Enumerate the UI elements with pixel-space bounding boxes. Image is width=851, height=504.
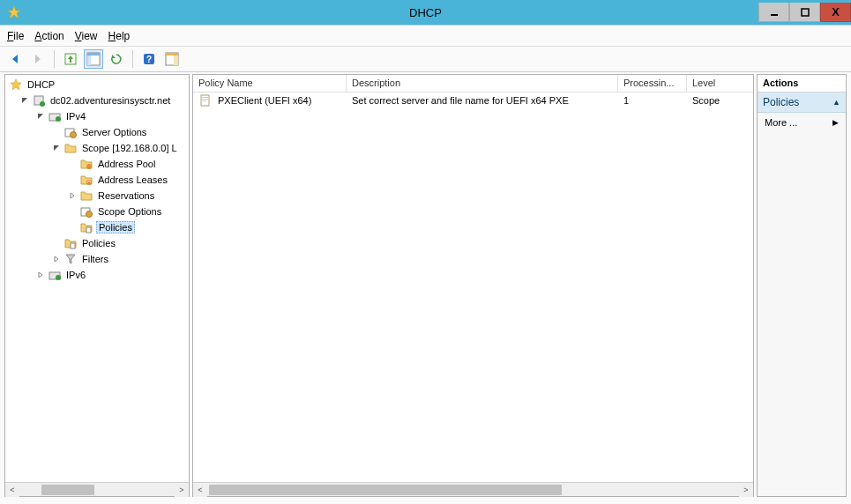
tree-label: Address Pool <box>96 159 157 169</box>
close-button[interactable]: X <box>820 3 851 22</box>
cell-description: Set correct server and file name for UEF… <box>347 95 618 106</box>
titlebar-buttons: X <box>758 3 851 22</box>
menu-help[interactable]: Help <box>108 30 131 42</box>
collapse-icon[interactable] <box>51 143 62 153</box>
server-icon <box>32 93 46 107</box>
svg-rect-1 <box>802 9 809 16</box>
ipv6-icon <box>48 268 62 282</box>
column-header-name[interactable]: Policy Name <box>193 75 347 92</box>
tree-scope[interactable]: Scope [192.168.0.0] L <box>5 140 189 156</box>
tree-scope-policies[interactable]: Policies <box>5 219 189 235</box>
collapse-icon[interactable] <box>19 95 30 106</box>
svg-rect-5 <box>87 56 91 65</box>
tree-label: IPv4 <box>64 111 87 122</box>
app-icon <box>7 5 21 19</box>
svg-rect-21 <box>86 227 91 233</box>
maximize-button[interactable] <box>789 3 820 22</box>
expander-empty <box>67 222 78 233</box>
expand-icon[interactable] <box>35 270 46 280</box>
tree-reservations[interactable]: Reservations <box>5 188 189 204</box>
address-pool-icon <box>79 157 93 171</box>
up-button[interactable] <box>61 49 80 69</box>
toolbar: ? <box>0 46 851 72</box>
menu-action[interactable]: Action <box>34 30 63 42</box>
actions-group-policies[interactable]: Policies ▲ <box>758 93 846 113</box>
expand-icon[interactable] <box>51 254 62 264</box>
tree-address-pool[interactable]: Address Pool <box>5 156 189 172</box>
tree-policies[interactable]: Policies <box>5 235 189 251</box>
tree-address-leases[interactable]: Address Leases <box>5 172 189 188</box>
menu-file[interactable]: File <box>7 30 24 42</box>
tree-server[interactable]: dc02.adventuresinsysctr.net <box>5 93 189 108</box>
scroll-right-button[interactable]: > <box>739 483 753 497</box>
chevron-right-icon: ▶ <box>832 118 839 127</box>
options-icon <box>79 204 93 219</box>
forward-button[interactable] <box>28 49 48 69</box>
column-header-level[interactable]: Level <box>687 75 740 92</box>
refresh-button[interactable] <box>107 49 126 69</box>
expander-empty <box>67 159 78 169</box>
tree-ipv6[interactable]: IPv6 <box>5 267 189 283</box>
tree-label: Reservations <box>96 190 156 201</box>
scroll-thumb[interactable] <box>41 485 94 495</box>
reservations-icon <box>79 189 93 203</box>
tree-label: DHCP <box>26 79 56 90</box>
scroll-right-button[interactable]: > <box>175 483 189 497</box>
expander-empty <box>51 238 62 248</box>
tree-server-options[interactable]: Server Options <box>5 124 189 140</box>
svg-point-20 <box>86 211 93 218</box>
scroll-track[interactable] <box>207 483 739 497</box>
toolbar-separator <box>54 50 55 68</box>
expander-empty <box>67 206 78 217</box>
list-body[interactable]: PXEClient (UEFI x64) Set correct server … <box>193 93 753 482</box>
tree-body[interactable]: DHCP dc02.adventuresinsysctr.net IPv4 Se… <box>5 75 189 482</box>
back-button[interactable] <box>5 49 25 69</box>
dhcp-icon <box>9 78 23 92</box>
properties-button[interactable] <box>162 49 182 69</box>
actions-more[interactable]: More ... ▶ <box>758 113 846 132</box>
tree-ipv4[interactable]: IPv4 <box>5 108 189 124</box>
tree-label: Filters <box>80 254 110 264</box>
list-scrollbar-horizontal[interactable]: < > <box>193 482 753 496</box>
scroll-left-button[interactable]: < <box>5 483 19 497</box>
tree-label: Policies <box>80 238 117 248</box>
chevron-up-icon: ▲ <box>832 98 840 107</box>
menu-view[interactable]: View <box>75 30 98 42</box>
expander-empty <box>51 127 62 137</box>
svg-point-24 <box>56 275 61 280</box>
titlebar: DHCP X <box>0 0 851 25</box>
svg-rect-4 <box>87 53 100 56</box>
column-header-description[interactable]: Description <box>347 75 618 92</box>
dhcp-window: DHCP X File Action View Help ? DH <box>0 0 851 504</box>
minimize-button[interactable] <box>758 3 789 22</box>
tree-scrollbar-horizontal[interactable]: < > <box>5 482 189 496</box>
expand-icon[interactable] <box>67 190 78 201</box>
window-title: DHCP <box>409 6 442 19</box>
scroll-left-button[interactable]: < <box>193 483 207 497</box>
scroll-thumb[interactable] <box>209 485 562 495</box>
svg-rect-28 <box>202 100 206 101</box>
svg-point-12 <box>40 101 45 107</box>
tree-filters[interactable]: Filters <box>5 251 189 267</box>
cell-text: PXEClient (UEFI x64) <box>218 95 311 106</box>
tree-root[interactable]: DHCP <box>5 77 189 93</box>
cell-processing: 1 <box>618 95 687 106</box>
column-header-processing[interactable]: Processin... <box>618 75 687 92</box>
toolbar-separator <box>132 50 133 68</box>
policies-icon <box>63 236 78 250</box>
show-hide-tree-button[interactable] <box>84 49 103 69</box>
tree-panel: DHCP dc02.adventuresinsysctr.net IPv4 Se… <box>4 74 190 497</box>
scroll-track[interactable] <box>19 483 175 497</box>
tree-scope-options[interactable]: Scope Options <box>5 204 189 219</box>
list-header: Policy Name Description Processin... Lev… <box>193 75 753 93</box>
svg-rect-0 <box>771 14 778 16</box>
svg-point-14 <box>56 116 61 122</box>
actions-header: Actions <box>758 75 846 93</box>
leases-icon <box>79 173 93 187</box>
list-row[interactable]: PXEClient (UEFI x64) Set correct server … <box>193 93 753 108</box>
actions-panel: Actions Policies ▲ More ... ▶ <box>757 74 847 497</box>
help-button[interactable]: ? <box>139 49 159 69</box>
collapse-icon[interactable] <box>35 111 46 122</box>
svg-point-16 <box>71 132 77 138</box>
expander-empty <box>67 174 78 185</box>
